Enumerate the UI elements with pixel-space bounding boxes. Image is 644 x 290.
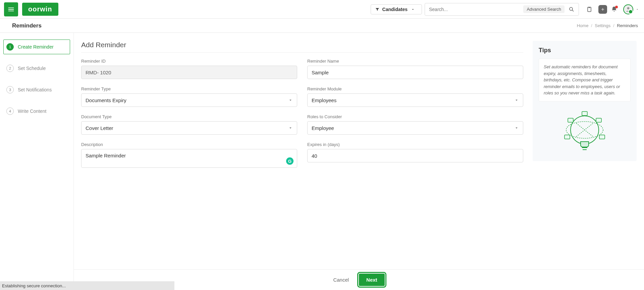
step-label: Set Schedule bbox=[18, 66, 46, 71]
page-title: Reminders bbox=[12, 22, 42, 29]
content-area: Add Reminder Reminder ID RMD- 1020 Remin… bbox=[74, 33, 644, 290]
reminder-id-value: RMD- 1020 bbox=[81, 66, 297, 79]
plus-icon bbox=[600, 7, 605, 12]
advanced-search-button[interactable]: Advanced Search bbox=[523, 5, 565, 13]
filter-icon bbox=[375, 7, 380, 12]
field-document-type: Document Type Cover Letter bbox=[81, 114, 297, 135]
svg-point-0 bbox=[570, 7, 573, 10]
field-reminder-module: Reminder Module Employees bbox=[307, 86, 523, 107]
svg-rect-11 bbox=[596, 118, 601, 122]
form-area: Add Reminder Reminder ID RMD- 1020 Remin… bbox=[81, 41, 523, 168]
next-button[interactable]: Next bbox=[359, 274, 385, 286]
brand-logo: oorwin bbox=[22, 3, 58, 16]
search-filter-dropdown[interactable]: Candidates bbox=[371, 4, 422, 14]
step-label: Write Content bbox=[18, 108, 46, 114]
step-number: 1 bbox=[6, 43, 14, 51]
svg-rect-8 bbox=[565, 135, 570, 139]
expires-control bbox=[307, 149, 523, 162]
svg-line-1 bbox=[572, 10, 574, 11]
document-type-select[interactable]: Cover Letter bbox=[81, 121, 297, 135]
field-expires: Expires in (days) bbox=[307, 142, 523, 168]
clipboard-button[interactable] bbox=[584, 4, 595, 15]
subheader: Reminders Home / Settings / Reminders bbox=[0, 19, 644, 33]
reminder-name-input[interactable] bbox=[312, 70, 519, 75]
tips-heading: Tips bbox=[539, 47, 631, 54]
step-label: Set Notifications bbox=[18, 87, 52, 92]
topbar-icon-group bbox=[582, 4, 640, 15]
search-icon bbox=[569, 6, 575, 12]
chevron-down-icon bbox=[514, 126, 519, 130]
roles-label: Roles to Consider bbox=[307, 114, 523, 119]
chevron-down-icon bbox=[514, 98, 519, 102]
form-heading: Add Reminder bbox=[81, 41, 523, 53]
svg-rect-9 bbox=[599, 135, 605, 139]
cancel-button[interactable]: Cancel bbox=[333, 277, 349, 283]
roles-value: Employee bbox=[312, 125, 334, 131]
step-set-notifications[interactable]: 3 Set Notifications bbox=[3, 82, 70, 97]
svg-rect-12 bbox=[582, 112, 587, 116]
lightbulb-network-icon bbox=[558, 108, 611, 155]
expires-input[interactable] bbox=[312, 153, 519, 159]
user-avatar[interactable] bbox=[623, 4, 633, 14]
field-roles: Roles to Consider Employee bbox=[307, 114, 523, 135]
step-number: 4 bbox=[6, 107, 14, 115]
breadcrumb-current: Reminders bbox=[617, 23, 638, 28]
tips-body: Set automatic reminders for document exp… bbox=[539, 59, 631, 101]
reminder-type-value: Documents Expiry bbox=[86, 97, 126, 103]
reminder-type-select[interactable]: Documents Expiry bbox=[81, 93, 297, 107]
main-area: 1 Create Reminder 2 Set Schedule 3 Set N… bbox=[0, 33, 644, 290]
bell-icon bbox=[611, 6, 618, 13]
document-type-label: Document Type bbox=[81, 114, 297, 119]
wizard-steps: 1 Create Reminder 2 Set Schedule 3 Set N… bbox=[0, 33, 74, 290]
person-icon bbox=[625, 6, 632, 13]
reminder-module-label: Reminder Module bbox=[307, 86, 523, 91]
chevron-down-icon bbox=[288, 98, 293, 102]
field-reminder-type: Reminder Type Documents Expiry bbox=[81, 86, 297, 107]
expires-label: Expires in (days) bbox=[307, 142, 523, 147]
search-button[interactable] bbox=[567, 4, 577, 14]
breadcrumb: Home / Settings / Reminders bbox=[577, 23, 638, 28]
reminder-name-control bbox=[307, 66, 523, 79]
topbar: oorwin Candidates Advanced Search bbox=[0, 0, 644, 19]
browser-status-bar: Establishing secure connection... bbox=[0, 281, 174, 290]
search-filter-label: Candidates bbox=[382, 7, 408, 12]
roles-select[interactable]: Employee bbox=[307, 121, 523, 135]
reminder-module-value: Employees bbox=[312, 97, 336, 103]
field-description: Description G bbox=[81, 142, 297, 168]
reminder-module-select[interactable]: Employees bbox=[307, 93, 523, 107]
tips-illustration bbox=[539, 108, 631, 155]
description-label: Description bbox=[81, 142, 297, 147]
reminder-id-label: Reminder ID bbox=[81, 59, 297, 64]
hamburger-menu-button[interactable] bbox=[4, 2, 18, 16]
reminder-type-label: Reminder Type bbox=[81, 86, 297, 91]
step-write-content[interactable]: 4 Write Content bbox=[3, 104, 70, 119]
svg-rect-10 bbox=[568, 118, 573, 122]
description-control: G bbox=[81, 149, 297, 168]
description-input[interactable] bbox=[86, 153, 293, 158]
field-reminder-id: Reminder ID RMD- 1020 bbox=[81, 59, 297, 79]
step-label: Create Reminder bbox=[18, 44, 54, 50]
grammarly-icon[interactable]: G bbox=[286, 157, 293, 165]
chevron-down-icon bbox=[636, 8, 639, 11]
step-number: 3 bbox=[6, 86, 14, 93]
breadcrumb-settings[interactable]: Settings bbox=[595, 23, 610, 28]
field-reminder-name: Reminder Name bbox=[307, 59, 523, 79]
notifications-button[interactable] bbox=[608, 4, 620, 15]
chevron-down-icon bbox=[288, 126, 293, 130]
searchbox: Advanced Search bbox=[425, 3, 579, 16]
step-create-reminder[interactable]: 1 Create Reminder bbox=[3, 40, 70, 54]
clipboard-icon bbox=[586, 6, 593, 13]
step-number: 2 bbox=[6, 65, 14, 72]
breadcrumb-home[interactable]: Home bbox=[577, 23, 589, 28]
document-type-value: Cover Letter bbox=[86, 125, 113, 131]
chevron-down-icon bbox=[411, 7, 415, 11]
user-menu-toggle[interactable] bbox=[635, 7, 640, 12]
hamburger-icon bbox=[7, 6, 15, 13]
quick-add-button[interactable] bbox=[598, 5, 607, 14]
step-set-schedule[interactable]: 2 Set Schedule bbox=[3, 61, 70, 76]
svg-point-3 bbox=[627, 7, 630, 9]
search-input[interactable] bbox=[429, 7, 523, 12]
tips-panel: Tips Set automatic reminders for documen… bbox=[533, 41, 637, 161]
reminder-name-label: Reminder Name bbox=[307, 59, 523, 64]
